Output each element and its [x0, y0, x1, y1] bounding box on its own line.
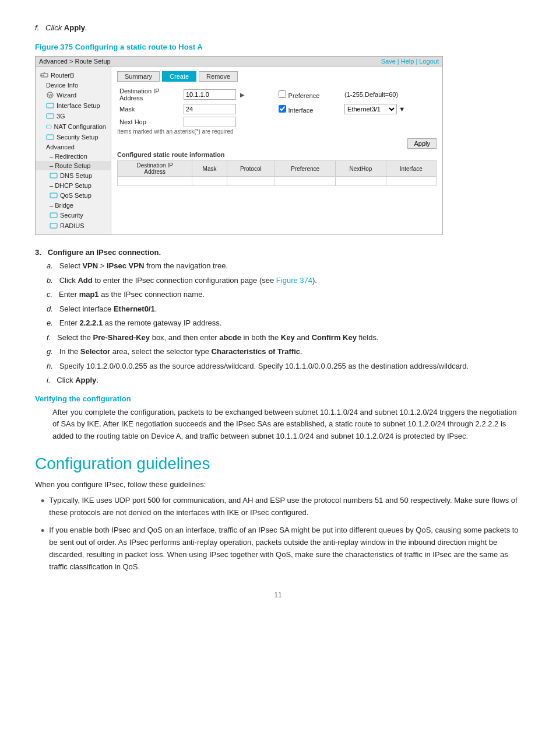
preference-label: Preference [288, 92, 320, 99]
sidebar-label-radius: RADIUS [60, 222, 85, 229]
figure-caption: Figure 375 Configuring a static route to… [35, 43, 521, 51]
sub-step-h: h. Specify 10.1.2.0/0.0.0.255 as the sou… [47, 360, 521, 372]
svg-rect-8 [47, 125, 51, 128]
sidebar-item-redirection[interactable]: – Redirection [36, 152, 111, 161]
security-icon [50, 211, 58, 219]
configured-routes-title: Configured static route information [117, 151, 437, 158]
interface-checkbox[interactable] [279, 105, 286, 113]
nexthop-label: Next Hop [117, 116, 181, 128]
sidebar-item-route-setup[interactable]: – Route Setup [36, 161, 111, 170]
step-f-bold: Apply [64, 23, 85, 32]
qos-icon [50, 191, 58, 200]
cot-bold: Characteristics of Traffic [212, 347, 300, 356]
step-f-text: Click [45, 23, 64, 32]
interface-select-cell: Ethernet3/1 ▼ [342, 103, 437, 116]
apply-button[interactable]: Apply [407, 138, 437, 149]
verifying-text: After you complete the configuration, pa… [52, 407, 521, 443]
preference-checkbox[interactable] [279, 90, 286, 98]
sidebar-item-interface-setup[interactable]: Interface Setup [36, 100, 111, 111]
apply-bold-i: Apply [75, 376, 96, 384]
ip-bold: 2.2.2.1 [79, 318, 103, 327]
arrow-indicator: ▶ [240, 92, 245, 98]
psk-bold: Pre-Shared-Key [93, 333, 150, 342]
sub-steps-container: a. Select VPN > IPsec VPN from the navig… [47, 260, 521, 386]
sidebar-item-routerb[interactable]: RouterB [36, 70, 111, 80]
sidebar-item-deviceinfo[interactable]: Device Info [36, 80, 111, 90]
step-f-section: f. Click Apply. [35, 23, 521, 32]
step-f-label: f. Click Apply. [35, 23, 87, 32]
sub-step-e-label: e. [47, 318, 57, 327]
sidebar-item-wizard[interactable]: W Wizard [36, 90, 111, 100]
ipsec-vpn-bold: IPsec VPN [107, 261, 144, 270]
confirm-key-bold: Confirm Key [312, 333, 357, 342]
guideline-text-1: Typically, IKE uses UDP port 500 for com… [49, 495, 521, 519]
router-body: RouterB Device Info W Wizard Interface S… [36, 66, 442, 235]
dest-ip-input[interactable] [184, 89, 236, 100]
security-setup-icon [46, 133, 54, 141]
sub-step-e: e. Enter 2.2.2.1 as the remote gateway I… [47, 317, 521, 329]
mask-input[interactable] [184, 104, 236, 114]
interface-select[interactable]: Ethernet3/1 [344, 104, 397, 114]
config-guidelines-title: Configuration guidelines [35, 454, 521, 473]
eth01-bold: Ethernet0/1 [114, 304, 155, 313]
sidebar-item-bridge[interactable]: – Bridge [36, 201, 111, 210]
vpn-bold: VPN [82, 261, 98, 270]
router-titlebar-links[interactable]: Save | Help | Logout [381, 58, 439, 65]
sidebar-label-routerb: RouterB [51, 72, 74, 79]
sub-step-b-label: b. [47, 276, 57, 285]
tab-summary[interactable]: Summary [117, 71, 160, 82]
sidebar-item-security-setup[interactable]: Security Setup [36, 132, 111, 142]
col-interface: Interface [386, 161, 436, 177]
router-icon [40, 71, 48, 79]
verifying-section: Verifying the configuration After you co… [35, 394, 521, 443]
step3-text: Configure an IPsec connection. [48, 248, 161, 257]
sub-step-h-label: h. [47, 362, 57, 370]
form-table: Destination IPAddress ▶ Preference (1-25… [117, 86, 437, 128]
guidelines-list: • Typically, IKE uses UDP port 500 for c… [41, 495, 521, 573]
key-bold: Key [281, 333, 295, 342]
table-row [118, 177, 437, 186]
dns-icon [50, 172, 58, 180]
abcde-bold: abcde [219, 333, 241, 342]
tab-remove[interactable]: Remove [199, 71, 238, 82]
guideline-text-2: If you enable both IPsec and QoS on an i… [49, 524, 521, 573]
sub-step-a: a. Select VPN > IPsec VPN from the navig… [47, 260, 521, 272]
sidebar-label-3g: 3G [57, 113, 65, 120]
sidebar-item-qos[interactable]: QoS Setup [36, 190, 111, 201]
col-mask: Mask [192, 161, 227, 177]
step3-label: 3. [35, 248, 41, 257]
sub-step-g-label: g. [47, 347, 57, 356]
tab-create[interactable]: Create [162, 71, 196, 82]
sidebar-item-dns-setup[interactable]: DNS Setup [36, 170, 111, 181]
router-sidebar: RouterB Device Info W Wizard Interface S… [36, 66, 111, 235]
sidebar-item-dhcp[interactable]: – DHCP Setup [36, 181, 111, 190]
verifying-title: Verifying the configuration [35, 394, 521, 403]
svg-rect-7 [47, 114, 54, 118]
bullet-2: • [41, 524, 44, 538]
dest-ip-cell: ▶ [181, 86, 276, 103]
col-dest-ip: Destination IPAddress [118, 161, 192, 177]
sub-step-i: i. Click Apply. [47, 374, 521, 386]
preference-range: (1-255,Default=60) [344, 91, 398, 98]
step3-section: 3. Configure an IPsec connection. a. Sel… [35, 248, 521, 386]
sub-step-f: f. Select the Pre-Shared-Key box, and th… [47, 332, 521, 344]
sidebar-label-security: Security [60, 212, 83, 219]
sidebar-label-interface-setup: Interface Setup [57, 102, 100, 109]
svg-point-1 [41, 75, 43, 76]
list-item: • If you enable both IPsec and QoS on an… [41, 524, 521, 573]
svg-rect-13 [50, 223, 57, 228]
figure374-link[interactable]: Figure 374 [276, 276, 312, 285]
router-title-text: Advanced > Route Setup [39, 58, 111, 65]
sidebar-item-security[interactable]: Security [36, 210, 111, 220]
sidebar-item-advanced[interactable]: Advanced [36, 142, 111, 152]
3g-icon [46, 112, 54, 120]
sidebar-item-3g[interactable]: 3G [36, 111, 111, 121]
route-form: Destination IPAddress ▶ Preference (1-25… [117, 86, 437, 186]
sidebar-item-nat[interactable]: NAT Configuration [36, 121, 111, 132]
interface-cell: Interface [276, 103, 342, 116]
sidebar-item-radius[interactable]: RADIUS [36, 220, 111, 231]
router-tabs: Summary Create Remove [117, 71, 437, 82]
nexthop-input[interactable] [184, 117, 236, 127]
sub-step-f-label: f. [47, 333, 55, 342]
sidebar-label-wizard: Wizard [57, 92, 76, 99]
